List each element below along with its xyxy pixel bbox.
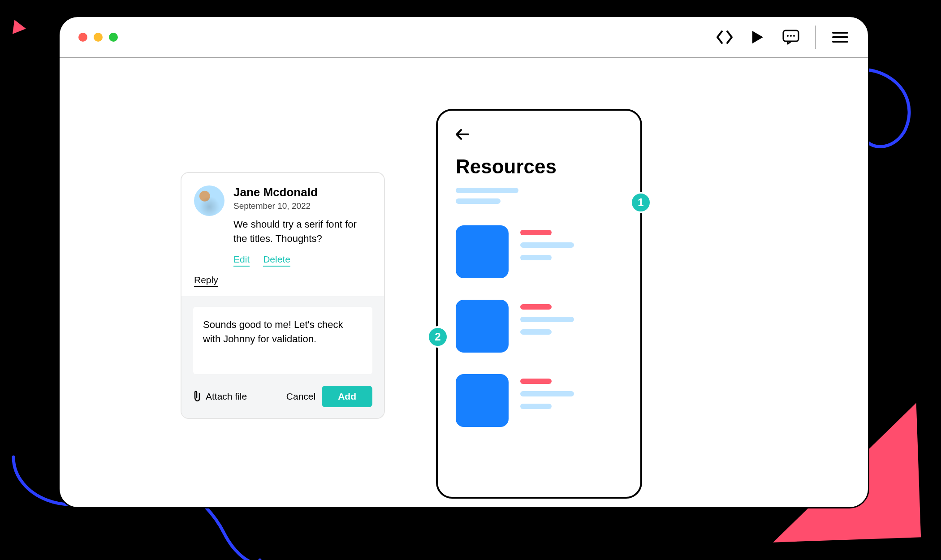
reply-link[interactable]: Reply — [194, 275, 218, 287]
resource-thumbnail — [456, 225, 509, 278]
svg-point-2 — [790, 35, 792, 37]
edit-link[interactable]: Edit — [233, 254, 250, 267]
menu-icon[interactable] — [831, 28, 849, 46]
comment-date: September 10, 2022 — [233, 201, 371, 211]
resource-item[interactable] — [456, 225, 622, 278]
phone-title: Resources — [456, 155, 622, 178]
code-icon[interactable] — [716, 28, 734, 46]
annotation-badge-1: 1 — [630, 192, 652, 213]
comment-icon[interactable] — [782, 28, 800, 46]
comment-body: We should try a serif font for the title… — [233, 217, 371, 246]
traffic-lights — [78, 33, 118, 42]
play-icon[interactable] — [749, 28, 767, 46]
comment-card: Jane Mcdonald September 10, 2022 We shou… — [181, 172, 385, 419]
resource-thumbnail — [456, 374, 509, 427]
reply-area: Sounds good to me! Let's check with John… — [181, 296, 384, 418]
svg-point-1 — [787, 35, 789, 37]
avatar — [194, 185, 224, 216]
decorative-triangle-small — [13, 20, 27, 36]
resource-thumbnail — [456, 300, 509, 353]
reply-input[interactable]: Sounds good to me! Let's check with John… — [193, 307, 372, 374]
resource-text-placeholder — [520, 374, 622, 416]
svg-point-3 — [793, 35, 795, 37]
titlebar — [60, 17, 868, 58]
phone-subtitle-placeholder — [456, 188, 622, 204]
resource-item[interactable] — [456, 374, 622, 427]
phone-mockup: Resources — [436, 109, 642, 499]
resource-item[interactable] — [456, 300, 622, 353]
cancel-button[interactable]: Cancel — [286, 391, 315, 402]
annotation-badge-2: 2 — [427, 326, 449, 348]
add-button[interactable]: Add — [322, 386, 372, 407]
resource-text-placeholder — [520, 225, 622, 267]
paperclip-icon — [193, 391, 202, 402]
attach-file-label: Attach file — [206, 391, 247, 402]
close-window-button[interactable] — [78, 33, 87, 42]
delete-link[interactable]: Delete — [263, 254, 290, 267]
maximize-window-button[interactable] — [109, 33, 118, 42]
app-window: Jane Mcdonald September 10, 2022 We shou… — [58, 16, 869, 508]
back-arrow-icon[interactable] — [456, 129, 469, 143]
minimize-window-button[interactable] — [94, 33, 103, 42]
toolbar-divider — [815, 26, 816, 49]
comment-author: Jane Mcdonald — [233, 185, 371, 199]
attach-file-button[interactable]: Attach file — [193, 391, 247, 402]
resource-text-placeholder — [520, 300, 622, 342]
